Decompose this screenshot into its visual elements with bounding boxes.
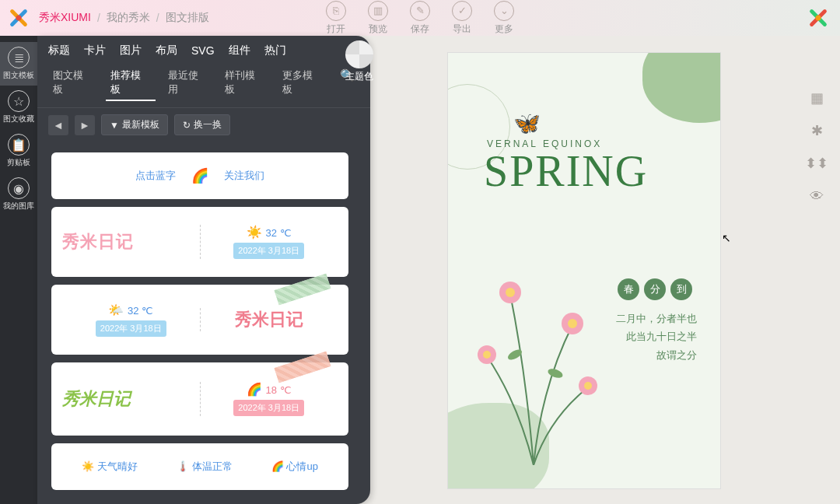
card-title: 秀米日记 — [62, 230, 200, 254]
shuffle-button[interactable]: ↻换一换 — [174, 114, 230, 135]
tape-decoration — [275, 274, 331, 306]
svg-point-0 — [16, 16, 22, 21]
settings-gear-icon[interactable]: ✱ — [809, 123, 824, 138]
subtab-sample[interactable]: 样刊模板 — [220, 65, 270, 101]
sun-icon: ☀️ — [82, 460, 94, 472]
latest-templates-button[interactable]: ▼最新模板 — [101, 114, 168, 135]
templates-icon: ≣ — [8, 47, 30, 68]
cursor-icon: ↖ — [722, 232, 731, 244]
tab-card[interactable]: 卡片 — [84, 44, 106, 58]
cloud-icon: 🌤️ — [108, 303, 124, 317]
template-card[interactable]: 秀米日记 🌈 18 ℃ 2022年 3月18日 — [51, 362, 348, 436]
preview-icon: ▥ — [368, 1, 388, 21]
svg-point-7 — [483, 351, 491, 359]
template-panel: 标题 卡片 图片 布局 SVG 组件 热门 主题色 图文模板 推荐模板 最近使用… — [37, 36, 370, 504]
subtab-recommended[interactable]: 推荐模板 — [106, 65, 156, 101]
rainbow-icon: 🌈 — [271, 460, 284, 472]
canvas-poem: 二月中，分者半也 此当九十日之半 故谓之分 — [616, 310, 697, 364]
svg-point-11 — [547, 367, 564, 380]
canvas-area[interactable]: ↖ 🦋 VERNAL EQUINOX SPRING 春 分 到 二月中，分者半也… — [370, 36, 840, 504]
date-badge: 2022年 3月18日 — [96, 320, 166, 337]
preview-button[interactable]: ▥预览 — [368, 1, 388, 36]
template-list[interactable]: 点击蓝字 🌈 关注我们 秀米日记 ☀️ 32 ℃ 2022年 3月18日 🌤️ … — [51, 152, 348, 499]
refresh-icon: ↻ — [183, 120, 191, 131]
breadcrumb-brand[interactable]: 秀米XIUMI — [39, 11, 91, 25]
favorites-icon: ☆ — [8, 90, 30, 112]
logo-icon-right — [804, 4, 832, 32]
tab-image[interactable]: 图片 — [120, 44, 142, 58]
temperature-value: 32 ℃ — [128, 305, 153, 317]
template-card[interactable]: ☀️ 天气晴好 🌡️ 体温正常 🌈 心情up — [51, 443, 348, 490]
temperature-value: 32 ℃ — [265, 227, 291, 239]
card-title: 秀米日记 — [62, 387, 200, 411]
save-button[interactable]: ✎保存 — [410, 1, 430, 36]
card-text: 点击蓝字 — [135, 169, 176, 183]
rainbow-icon: 🌈 — [247, 383, 262, 396]
canvas-tools: ▦ ✱ ⬍⬍ 👁 — [809, 90, 824, 204]
breadcrumb-workspace[interactable]: 我的秀米 — [107, 11, 150, 25]
canvas-badge: 春 分 到 — [618, 278, 692, 300]
date-badge: 2022年 3月18日 — [233, 243, 304, 259]
tab-title[interactable]: 标题 — [48, 44, 70, 58]
clipboard-icon: 📋 — [8, 134, 30, 156]
butterfly-icon: 🦋 — [513, 110, 541, 136]
open-button[interactable]: ⎘打开 — [326, 1, 346, 36]
rail-templates[interactable]: ≣图文模板 — [0, 42, 37, 86]
svg-point-3 — [506, 288, 515, 297]
card-text: 关注我们 — [224, 169, 264, 183]
grid-view-icon[interactable]: ▦ — [809, 90, 824, 106]
template-card[interactable]: 点击蓝字 🌈 关注我们 — [51, 152, 348, 199]
panel-toolbar: ◄ ► ▼最新模板 ↻换一换 — [37, 108, 370, 142]
open-icon: ⎘ — [326, 1, 346, 21]
gallery-icon: ◉ — [8, 177, 30, 199]
blob-decoration — [642, 53, 720, 123]
svg-point-5 — [568, 319, 577, 328]
breadcrumb-page: 图文排版 — [166, 11, 209, 25]
export-button[interactable]: ✓导出 — [452, 1, 472, 36]
rail-clipboard[interactable]: 📋剪贴板 — [0, 129, 37, 173]
template-card[interactable]: 🌤️ 32 ℃ 2022年 3月18日 秀米日记 — [51, 285, 348, 355]
svg-point-1 — [816, 16, 821, 21]
save-icon: ✎ — [410, 1, 430, 21]
tape-decoration — [275, 352, 331, 383]
rail-gallery[interactable]: ◉我的图库 — [0, 173, 37, 216]
app-header: 秀米XIUMI / 我的秀米 / 图文排版 ⎘打开 ▥预览 ✎保存 ✓导出 ⌄更… — [0, 0, 840, 36]
tab-layout[interactable]: 布局 — [156, 44, 177, 58]
more-icon: ⌄ — [494, 1, 514, 21]
date-badge: 2022年 3月18日 — [233, 400, 304, 416]
temperature-value: 18 ℃ — [265, 384, 291, 396]
left-rail: ≣图文模板 ☆图文收藏 📋剪贴板 ◉我的图库 — [0, 36, 37, 504]
filter-icon: ▼ — [110, 120, 119, 131]
canvas-title: SPRING — [484, 146, 648, 196]
thermometer-icon: 🌡️ — [177, 460, 189, 472]
template-card[interactable]: 秀米日记 ☀️ 32 ℃ 2022年 3月18日 — [51, 207, 348, 277]
checker-icon — [345, 40, 373, 68]
subtab-all-templates[interactable]: 图文模板 — [48, 65, 98, 101]
more-button[interactable]: ⌄更多 — [494, 1, 514, 36]
breadcrumb: 秀米XIUMI / 我的秀米 / 图文排版 — [39, 11, 209, 25]
rail-favorites[interactable]: ☆图文收藏 — [0, 86, 37, 129]
tab-svg[interactable]: SVG — [191, 44, 215, 57]
panel-subtabs: 图文模板 推荐模板 最近使用 样刊模板 更多模板 🔍 — [37, 62, 370, 108]
flower-illustration — [464, 232, 604, 465]
rainbow-icon: 🌈 — [191, 167, 208, 184]
export-icon: ✓ — [452, 1, 472, 21]
svg-point-9 — [584, 382, 592, 390]
logo-icon — [5, 4, 33, 32]
card-title: 秀米日记 — [200, 308, 338, 331]
tab-component[interactable]: 组件 — [229, 44, 250, 58]
sun-icon: ☀️ — [247, 226, 262, 239]
document-canvas[interactable]: 🦋 VERNAL EQUINOX SPRING 春 分 到 二月中，分者半也 此… — [448, 53, 720, 488]
nav-next-button[interactable]: ► — [75, 115, 95, 135]
theme-color-button[interactable]: 主题色 — [345, 40, 373, 83]
nav-prev-button[interactable]: ◄ — [48, 115, 68, 135]
panel-type-tabs: 标题 卡片 图片 布局 SVG 组件 热门 主题色 — [37, 36, 370, 62]
tab-hot[interactable]: 热门 — [264, 44, 286, 58]
preview-eye-icon[interactable]: 👁 — [809, 188, 824, 204]
stats-icon[interactable]: ⬍⬍ — [809, 156, 824, 171]
subtab-recent[interactable]: 最近使用 — [163, 65, 213, 101]
subtab-more[interactable]: 更多模板 — [278, 65, 327, 101]
header-actions: ⎘打开 ▥预览 ✎保存 ✓导出 ⌄更多 — [326, 1, 514, 36]
